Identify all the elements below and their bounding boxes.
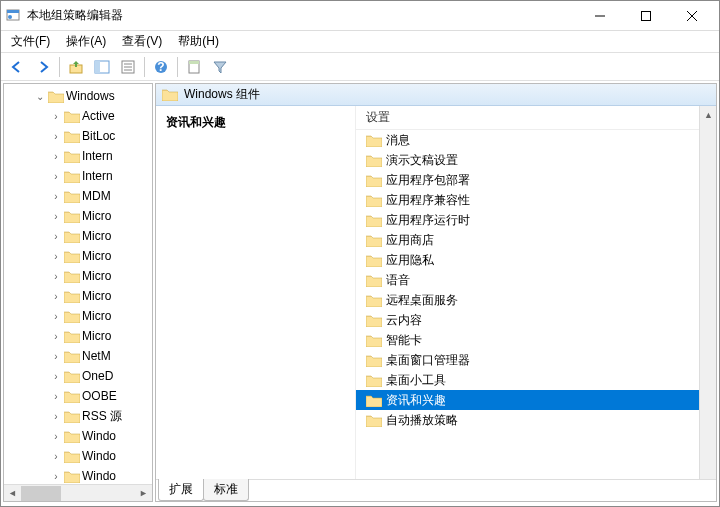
tree-item[interactable]: ›Windo — [4, 466, 152, 484]
list-item[interactable]: 应用商店 — [356, 230, 716, 250]
maximize-button[interactable] — [623, 1, 669, 30]
menu-action[interactable]: 操作(A) — [58, 31, 114, 52]
properties-button[interactable] — [116, 55, 140, 79]
list-item[interactable]: 智能卡 — [356, 330, 716, 350]
filter-button[interactable] — [208, 55, 232, 79]
list-item[interactable]: 自动播放策略 — [356, 410, 716, 430]
expand-icon[interactable]: › — [50, 271, 62, 282]
list-item[interactable]: 应用程序运行时 — [356, 210, 716, 230]
tab-extended[interactable]: 扩展 — [158, 479, 204, 501]
close-button[interactable] — [669, 1, 715, 30]
tree-item[interactable]: ›NetM — [4, 346, 152, 366]
svg-rect-1 — [7, 10, 19, 13]
menu-view[interactable]: 查看(V) — [114, 31, 170, 52]
tree-item[interactable]: ›Micro — [4, 206, 152, 226]
export-button[interactable] — [182, 55, 206, 79]
folder-icon — [366, 354, 382, 367]
expand-icon[interactable]: › — [50, 471, 62, 482]
vertical-scrollbar[interactable]: ▲ — [699, 106, 716, 479]
tree-item-label: Intern — [82, 149, 113, 163]
tree-item[interactable]: ›Micro — [4, 266, 152, 286]
scroll-track[interactable] — [21, 485, 135, 502]
horizontal-scrollbar[interactable]: ◄ ► — [4, 484, 152, 501]
expand-icon[interactable]: › — [50, 131, 62, 142]
expand-icon[interactable]: › — [50, 171, 62, 182]
list-item[interactable]: 应用隐私 — [356, 250, 716, 270]
tree-item[interactable]: ›Micro — [4, 326, 152, 346]
list-item[interactable]: 应用程序兼容性 — [356, 190, 716, 210]
list-item-label: 应用程序包部署 — [386, 172, 470, 189]
list-item[interactable]: 桌面窗口管理器 — [356, 350, 716, 370]
expand-icon[interactable]: › — [50, 231, 62, 242]
up-button[interactable] — [64, 55, 88, 79]
expand-icon[interactable]: › — [50, 191, 62, 202]
tree-item[interactable]: ›OOBE — [4, 386, 152, 406]
expand-icon[interactable]: › — [50, 451, 62, 462]
forward-button[interactable] — [31, 55, 55, 79]
tree-item[interactable]: ›Intern — [4, 146, 152, 166]
tree-item[interactable]: ›Windo — [4, 426, 152, 446]
list-item[interactable]: 云内容 — [356, 310, 716, 330]
help-button[interactable]: ? — [149, 55, 173, 79]
tree-item-label: Micro — [82, 249, 111, 263]
folder-icon — [366, 394, 382, 407]
scroll-up-button[interactable]: ▲ — [700, 106, 716, 123]
expand-icon[interactable]: › — [50, 331, 62, 342]
expand-icon[interactable]: › — [50, 111, 62, 122]
expand-icon[interactable]: › — [50, 371, 62, 382]
expand-icon[interactable]: › — [50, 251, 62, 262]
list-item-label: 云内容 — [386, 312, 422, 329]
menu-help[interactable]: 帮助(H) — [170, 31, 227, 52]
expand-icon[interactable]: › — [50, 351, 62, 362]
window-title: 本地组策略编辑器 — [27, 7, 577, 24]
expand-icon[interactable]: › — [50, 291, 62, 302]
list-item-label: 远程桌面服务 — [386, 292, 458, 309]
expand-icon[interactable]: › — [50, 311, 62, 322]
tree-item[interactable]: ›MDM — [4, 186, 152, 206]
list-item[interactable]: 消息 — [356, 130, 716, 150]
list-item[interactable]: 桌面小工具 — [356, 370, 716, 390]
collapse-icon[interactable]: ⌄ — [34, 91, 46, 102]
expand-icon[interactable]: › — [50, 431, 62, 442]
expand-icon[interactable]: › — [50, 211, 62, 222]
menu-file[interactable]: 文件(F) — [3, 31, 58, 52]
tree-item[interactable]: ›Micro — [4, 286, 152, 306]
minimize-button[interactable] — [577, 1, 623, 30]
list-item[interactable]: 语音 — [356, 270, 716, 290]
tree[interactable]: ⌄Windows›Active›BitLoc›Intern›Intern›MDM… — [4, 84, 152, 484]
tree-item[interactable]: ›Windo — [4, 446, 152, 466]
tree-item[interactable]: ›OneD — [4, 366, 152, 386]
list-column-header[interactable]: 设置 — [356, 106, 716, 130]
tree-item[interactable]: ›Micro — [4, 246, 152, 266]
tree-item[interactable]: ›RSS 源 — [4, 406, 152, 426]
list-item[interactable]: 应用程序包部署 — [356, 170, 716, 190]
app-icon — [5, 8, 21, 24]
expand-icon[interactable]: › — [50, 391, 62, 402]
folder-icon — [64, 408, 80, 424]
details-pane: Windows 组件 资讯和兴趣 设置 消息演示文稿设置应用程序包部署应用程序兼… — [155, 83, 717, 502]
tree-item[interactable]: ›Micro — [4, 226, 152, 246]
list-item[interactable]: 资讯和兴趣 — [356, 390, 716, 410]
tree-item-label: Intern — [82, 169, 113, 183]
tab-standard[interactable]: 标准 — [203, 479, 249, 501]
svg-rect-9 — [95, 61, 100, 73]
list-item-label: 应用商店 — [386, 232, 434, 249]
list-item[interactable]: 演示文稿设置 — [356, 150, 716, 170]
details-body: 资讯和兴趣 设置 消息演示文稿设置应用程序包部署应用程序兼容性应用程序运行时应用… — [156, 106, 716, 479]
scroll-left-button[interactable]: ◄ — [4, 485, 21, 502]
tree-item[interactable]: ›Active — [4, 106, 152, 126]
tree-item[interactable]: ›Intern — [4, 166, 152, 186]
description-title: 资讯和兴趣 — [166, 114, 345, 131]
tree-item-label: Windo — [82, 429, 116, 443]
back-button[interactable] — [5, 55, 29, 79]
scroll-right-button[interactable]: ► — [135, 485, 152, 502]
tree-item[interactable]: ›BitLoc — [4, 126, 152, 146]
show-hide-tree-button[interactable] — [90, 55, 114, 79]
tree-item[interactable]: ›Micro — [4, 306, 152, 326]
list-body[interactable]: 消息演示文稿设置应用程序包部署应用程序兼容性应用程序运行时应用商店应用隐私语音远… — [356, 130, 716, 479]
expand-icon[interactable]: › — [50, 151, 62, 162]
list-item[interactable]: 远程桌面服务 — [356, 290, 716, 310]
expand-icon[interactable]: › — [50, 411, 62, 422]
scroll-thumb[interactable] — [21, 486, 61, 501]
tree-item-root[interactable]: ⌄Windows — [4, 86, 152, 106]
